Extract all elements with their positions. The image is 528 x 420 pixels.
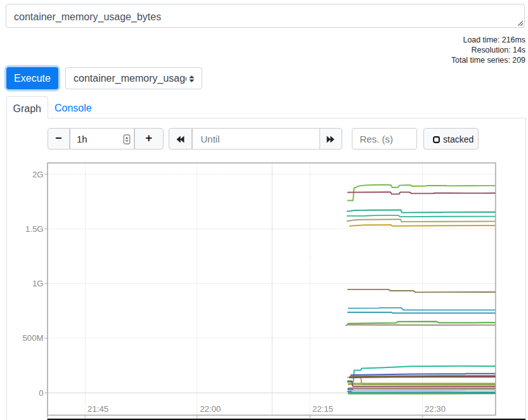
svg-text:22:00: 22:00 (200, 404, 221, 414)
svg-text:1.5G: 1.5G (25, 224, 44, 234)
svg-text:1G: 1G (32, 279, 44, 288)
svg-text:500M: 500M (23, 333, 44, 343)
svg-text:0: 0 (39, 388, 43, 398)
svg-text:22:30: 22:30 (425, 404, 446, 414)
svg-text:22:15: 22:15 (312, 404, 333, 414)
svg-text:2G: 2G (32, 170, 44, 179)
svg-text:21:45: 21:45 (87, 404, 108, 414)
